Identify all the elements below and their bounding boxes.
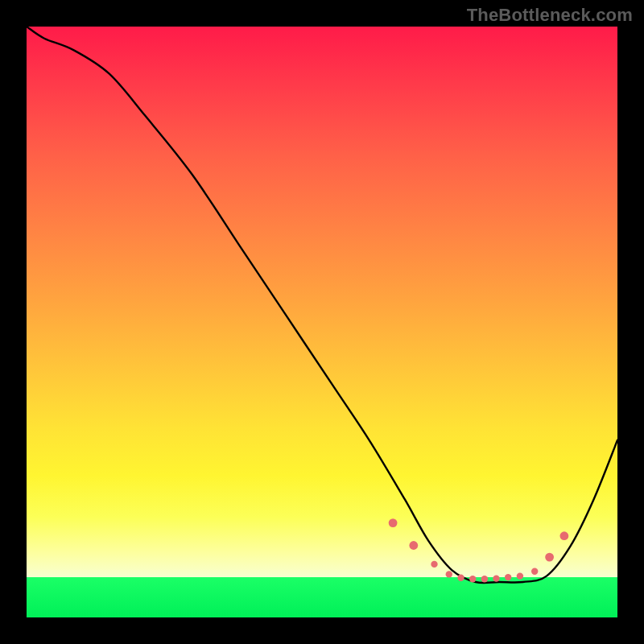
valley-dot (457, 575, 464, 581)
valley-dot (431, 561, 437, 568)
plot-area (27, 27, 617, 617)
valley-dot (409, 541, 418, 550)
chart-svg (27, 27, 617, 617)
valley-dots (389, 518, 569, 582)
valley-dot (505, 574, 511, 580)
main-curve (27, 27, 617, 583)
valley-dot (469, 576, 476, 582)
valley-dot (493, 575, 499, 581)
chart-stage: TheBottleneck.com (0, 0, 644, 644)
valley-dot (545, 553, 554, 562)
watermark-text: TheBottleneck.com (467, 5, 633, 26)
valley-dot (517, 572, 523, 579)
valley-dot (481, 576, 488, 582)
curve-group (27, 27, 617, 583)
valley-dot (531, 568, 538, 575)
valley-dot (560, 531, 569, 540)
valley-dot (446, 571, 452, 577)
valley-dot (389, 518, 398, 527)
